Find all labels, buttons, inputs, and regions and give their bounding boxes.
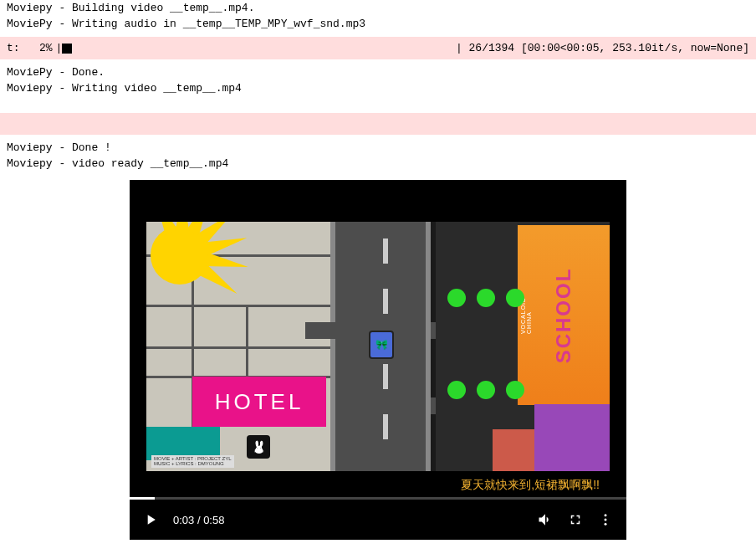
player-car — [369, 331, 394, 359]
scene-left-panel: HOTEL MOVIE + ARTIST : PROJECT ZYL MUSIC… — [146, 222, 330, 471]
play-button[interactable] — [141, 510, 160, 529]
more-options-button[interactable] — [596, 510, 615, 529]
volume-button[interactable] — [536, 510, 554, 529]
log-line: Moviepy - Building video __temp__.mp4. — [0, 0, 756, 16]
video-frame: HOTEL MOVIE + ARTIST : PROJECT ZYL MUSIC… — [146, 222, 610, 471]
hotel-sign: HOTEL — [192, 377, 326, 427]
progress-bar: t: 2% | | 26/1394 [00:00<00:05, 253.10it… — [0, 37, 756, 59]
svg-point-6 — [605, 514, 607, 516]
purple-block — [534, 404, 610, 471]
blank-output-cell — [0, 113, 756, 135]
sun-icon — [146, 222, 238, 314]
credits-line: MUSIC + LYRICS : DMYOUNG — [154, 461, 232, 467]
green-dots-field — [447, 264, 523, 414]
subtitle-text: 夏天就快来到,短裙飘啊飘!! — [461, 478, 600, 493]
redish-block — [493, 429, 534, 471]
progress-prefix: t: 2% — [7, 42, 53, 54]
progress-pipe: | — [56, 42, 63, 54]
log-line: Moviepy - Done ! — [0, 140, 756, 156]
progress-stats: | 26/1394 [00:00<00:05, 253.10it/s, now=… — [456, 42, 749, 54]
school-text: SCHOOL — [552, 267, 575, 363]
svg-rect-5 — [247, 305, 248, 377]
svg-rect-2 — [146, 347, 330, 348]
seek-fill — [130, 497, 155, 500]
log-line: MoviePy - Writing audio in __temp__TEMP_… — [0, 16, 756, 32]
svg-point-7 — [605, 519, 607, 521]
log-line: Moviepy - Writing video __temp__.mp4 — [0, 80, 756, 96]
school-sign: VOCALOID CHINA SCHOOL — [518, 225, 610, 405]
video-player[interactable]: HOTEL MOVIE + ARTIST : PROJECT ZYL MUSIC… — [130, 180, 626, 540]
svg-point-8 — [605, 523, 607, 526]
seek-bar[interactable] — [130, 497, 626, 500]
log-line: Moviepy - video ready __temp__.mp4 — [0, 156, 756, 172]
bunny-icon — [247, 435, 270, 459]
credits-text: MOVIE + ARTIST : PROJECT ZYL MUSIC + LYR… — [151, 455, 234, 468]
time-display: 0:03 / 0:58 — [173, 514, 224, 526]
fullscreen-button[interactable] — [566, 510, 585, 529]
subtitle-bar: 夏天就快来到,短裙飘啊飘!! — [146, 471, 610, 500]
progress-fill-block — [62, 44, 72, 54]
credits-line: MOVIE + ARTIST : PROJECT ZYL — [154, 456, 232, 462]
log-line: MoviePy - Done. — [0, 64, 756, 80]
side-road — [305, 322, 339, 339]
video-controls: 0:03 / 0:58 — [130, 500, 626, 540]
